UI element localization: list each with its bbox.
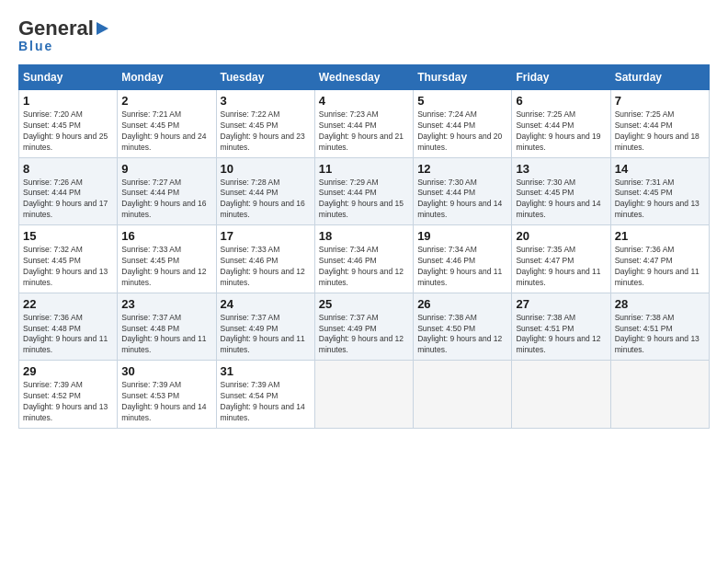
daylight-label: Daylight: 9 hours and 12 minutes.	[319, 334, 404, 354]
day-info: Sunrise: 7:27 AM Sunset: 4:44 PM Dayligh…	[121, 178, 211, 222]
sunset-label: Sunset: 4:45 PM	[23, 121, 81, 130]
day-info: Sunrise: 7:38 AM Sunset: 4:51 PM Dayligh…	[516, 313, 606, 357]
sunset-label: Sunset: 4:44 PM	[417, 188, 475, 197]
day-number: 2	[121, 94, 211, 108]
sunrise-label: Sunrise: 7:23 AM	[319, 109, 379, 119]
day-number: 9	[121, 162, 211, 176]
sunrise-label: Sunrise: 7:26 AM	[23, 178, 83, 187]
day-cell: 29 Sunrise: 7:39 AM Sunset: 4:52 PM Dayl…	[19, 361, 118, 429]
sunrise-label: Sunrise: 7:38 AM	[516, 313, 575, 322]
day-number: 12	[417, 162, 507, 176]
header: General Blue	[18, 17, 710, 53]
sunrise-label: Sunrise: 7:39 AM	[221, 380, 280, 389]
day-info: Sunrise: 7:38 AM Sunset: 4:50 PM Dayligh…	[417, 313, 507, 357]
day-cell: 12 Sunrise: 7:30 AM Sunset: 4:44 PM Dayl…	[414, 157, 512, 225]
day-cell: 24 Sunrise: 7:37 AM Sunset: 4:49 PM Dayl…	[216, 293, 314, 361]
sunset-label: Sunset: 4:46 PM	[319, 256, 377, 265]
day-number: 22	[23, 297, 113, 311]
col-header-wednesday: Wednesday	[314, 65, 413, 90]
day-cell: 18 Sunrise: 7:34 AM Sunset: 4:46 PM Dayl…	[314, 225, 413, 293]
daylight-label: Daylight: 9 hours and 24 minutes.	[121, 132, 206, 152]
sunrise-label: Sunrise: 7:35 AM	[516, 245, 575, 254]
day-number: 17	[221, 229, 311, 243]
sunrise-label: Sunrise: 7:27 AM	[121, 178, 181, 187]
day-number: 6	[516, 94, 606, 108]
day-cell	[314, 361, 413, 429]
sunset-label: Sunset: 4:51 PM	[516, 324, 574, 333]
week-row-5: 29 Sunrise: 7:39 AM Sunset: 4:52 PM Dayl…	[19, 361, 710, 429]
day-number: 13	[516, 162, 606, 176]
sunrise-label: Sunrise: 7:39 AM	[23, 380, 83, 389]
daylight-label: Daylight: 9 hours and 18 minutes.	[615, 132, 700, 152]
sunrise-label: Sunrise: 7:34 AM	[319, 245, 379, 254]
sunrise-label: Sunrise: 7:24 AM	[417, 109, 477, 119]
day-cell: 16 Sunrise: 7:33 AM Sunset: 4:45 PM Dayl…	[118, 225, 216, 293]
daylight-label: Daylight: 9 hours and 23 minutes.	[221, 132, 305, 152]
sunrise-label: Sunrise: 7:32 AM	[23, 245, 83, 254]
sunrise-label: Sunrise: 7:20 AM	[23, 109, 83, 119]
sunset-label: Sunset: 4:45 PM	[615, 188, 673, 197]
day-number: 5	[417, 94, 507, 108]
sunset-label: Sunset: 4:44 PM	[417, 121, 475, 130]
daylight-label: Daylight: 9 hours and 11 minutes.	[221, 334, 305, 354]
daylight-label: Daylight: 9 hours and 13 minutes.	[23, 267, 108, 287]
sunset-label: Sunset: 4:47 PM	[615, 256, 673, 265]
sunset-label: Sunset: 4:49 PM	[221, 324, 279, 333]
sunset-label: Sunset: 4:51 PM	[615, 324, 673, 333]
daylight-label: Daylight: 9 hours and 17 minutes.	[23, 199, 108, 219]
sunset-label: Sunset: 4:53 PM	[121, 391, 179, 400]
day-info: Sunrise: 7:31 AM Sunset: 4:45 PM Dayligh…	[615, 178, 705, 222]
daylight-label: Daylight: 9 hours and 12 minutes.	[516, 334, 600, 354]
day-info: Sunrise: 7:33 AM Sunset: 4:45 PM Dayligh…	[121, 245, 211, 289]
day-info: Sunrise: 7:24 AM Sunset: 4:44 PM Dayligh…	[417, 109, 507, 154]
day-cell: 14 Sunrise: 7:31 AM Sunset: 4:45 PM Dayl…	[610, 157, 709, 225]
day-info: Sunrise: 7:38 AM Sunset: 4:51 PM Dayligh…	[615, 313, 705, 357]
day-info: Sunrise: 7:34 AM Sunset: 4:46 PM Dayligh…	[417, 245, 507, 289]
day-number: 21	[615, 229, 705, 243]
sunset-label: Sunset: 4:49 PM	[319, 324, 377, 333]
col-header-tuesday: Tuesday	[216, 65, 314, 90]
day-info: Sunrise: 7:20 AM Sunset: 4:45 PM Dayligh…	[23, 109, 113, 154]
day-number: 28	[615, 297, 705, 311]
day-cell: 21 Sunrise: 7:36 AM Sunset: 4:47 PM Dayl…	[610, 225, 709, 293]
daylight-label: Daylight: 9 hours and 13 minutes.	[615, 334, 700, 354]
daylight-label: Daylight: 9 hours and 14 minutes.	[417, 199, 502, 219]
daylight-label: Daylight: 9 hours and 19 minutes.	[516, 132, 600, 152]
day-number: 19	[417, 229, 507, 243]
logo-blue: Blue	[18, 39, 53, 53]
daylight-label: Daylight: 9 hours and 25 minutes.	[23, 132, 108, 152]
sunrise-label: Sunrise: 7:33 AM	[221, 245, 280, 254]
sunrise-label: Sunrise: 7:29 AM	[319, 178, 379, 187]
day-cell: 3 Sunrise: 7:22 AM Sunset: 4:45 PM Dayli…	[216, 90, 314, 158]
day-cell: 8 Sunrise: 7:26 AM Sunset: 4:44 PM Dayli…	[19, 157, 118, 225]
day-number: 30	[121, 364, 211, 378]
day-info: Sunrise: 7:39 AM Sunset: 4:52 PM Dayligh…	[23, 380, 113, 424]
sunset-label: Sunset: 4:45 PM	[516, 188, 574, 197]
sunrise-label: Sunrise: 7:25 AM	[516, 109, 575, 119]
sunset-label: Sunset: 4:50 PM	[417, 324, 475, 333]
sunset-label: Sunset: 4:48 PM	[121, 324, 179, 333]
daylight-label: Daylight: 9 hours and 14 minutes.	[516, 199, 600, 219]
day-cell: 4 Sunrise: 7:23 AM Sunset: 4:44 PM Dayli…	[314, 90, 413, 158]
day-cell: 26 Sunrise: 7:38 AM Sunset: 4:50 PM Dayl…	[414, 293, 512, 361]
sunset-label: Sunset: 4:44 PM	[221, 188, 279, 197]
day-cell: 7 Sunrise: 7:25 AM Sunset: 4:44 PM Dayli…	[610, 90, 709, 158]
sunset-label: Sunset: 4:45 PM	[23, 256, 81, 265]
day-number: 24	[221, 297, 311, 311]
sunset-label: Sunset: 4:45 PM	[121, 121, 179, 130]
day-cell: 5 Sunrise: 7:24 AM Sunset: 4:44 PM Dayli…	[414, 90, 512, 158]
day-info: Sunrise: 7:28 AM Sunset: 4:44 PM Dayligh…	[221, 178, 311, 222]
day-cell: 25 Sunrise: 7:37 AM Sunset: 4:49 PM Dayl…	[314, 293, 413, 361]
day-cell: 9 Sunrise: 7:27 AM Sunset: 4:44 PM Dayli…	[118, 157, 216, 225]
logo-arrow-icon	[97, 22, 108, 35]
daylight-label: Daylight: 9 hours and 11 minutes.	[121, 334, 206, 354]
day-info: Sunrise: 7:29 AM Sunset: 4:44 PM Dayligh…	[319, 178, 409, 222]
calendar-table: SundayMondayTuesdayWednesdayThursdayFrid…	[18, 64, 710, 429]
day-info: Sunrise: 7:34 AM Sunset: 4:46 PM Dayligh…	[319, 245, 409, 289]
logo: General Blue	[18, 17, 108, 53]
sunset-label: Sunset: 4:44 PM	[121, 188, 179, 197]
sunrise-label: Sunrise: 7:30 AM	[417, 178, 477, 187]
sunset-label: Sunset: 4:46 PM	[417, 256, 475, 265]
day-cell: 6 Sunrise: 7:25 AM Sunset: 4:44 PM Dayli…	[512, 90, 610, 158]
day-cell: 23 Sunrise: 7:37 AM Sunset: 4:48 PM Dayl…	[118, 293, 216, 361]
